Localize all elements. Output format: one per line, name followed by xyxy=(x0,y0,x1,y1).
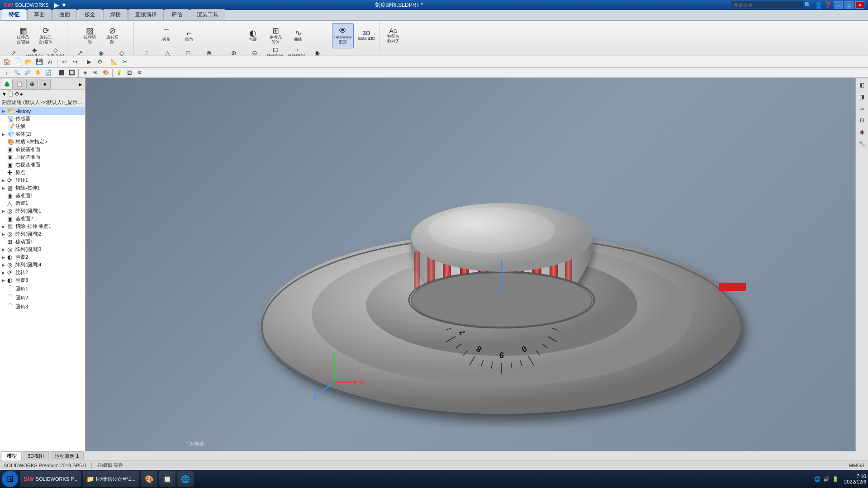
tree-item[interactable]: ▣基准面2 xyxy=(0,215,85,223)
btn-view-orient[interactable]: 🔲 xyxy=(67,68,77,78)
btn-undo[interactable]: ↩ xyxy=(59,57,69,67)
btn-revolve-boss[interactable]: ⟳ 旋转凸台/基体 xyxy=(35,23,57,48)
tree-item[interactable]: ⌒圆角3 xyxy=(0,302,85,311)
tree-item[interactable]: ⌒圆角2 xyxy=(0,293,85,302)
btn-loft-cut[interactable]: ◈ 放样切割 xyxy=(91,50,111,57)
btn-mirror[interactable]: ⊟ 镜像/制作实体 xyxy=(266,50,285,57)
tree-item[interactable]: ▣右视基准面 xyxy=(0,161,85,169)
tree-item[interactable]: ▶◎阵列(圆周)3 xyxy=(0,246,85,253)
bottom-tab-model[interactable]: 模型 xyxy=(2,451,22,460)
tree-item[interactable]: ✚原点 xyxy=(0,169,85,176)
btn-draft[interactable]: △ 拔模 xyxy=(157,50,177,57)
btn-chamfer[interactable]: ⌐ 倒角 xyxy=(178,23,200,48)
btn-zoom-in[interactable]: 🔍 xyxy=(12,68,22,78)
btn-extrude-cut[interactable]: ▨ 拉伸切除 xyxy=(79,23,100,48)
taskbar-app-sw[interactable]: SW SOLIDWORKS P... xyxy=(20,471,81,487)
help-icon[interactable]: ❓ xyxy=(824,1,832,9)
bottom-tab-motion[interactable]: 运动算例 1 xyxy=(50,451,84,460)
btn-right-panel-4[interactable]: ⊡ xyxy=(857,115,868,126)
tab-sheetmetal[interactable]: 钣金 xyxy=(78,9,102,20)
btn-appearance[interactable]: 🎨 xyxy=(101,68,111,78)
btn-instant3d[interactable]: 3D Instant3D xyxy=(356,23,377,48)
tab-direct-edit[interactable]: 直接编辑 xyxy=(128,9,164,20)
btn-realview[interactable]: 👁 RealView图形 xyxy=(332,23,354,48)
tab-surface[interactable]: 曲面 xyxy=(52,9,77,20)
tree-item[interactable]: ▶◐包覆2 xyxy=(0,253,85,261)
btn-fillet[interactable]: ⌒ 圆角 xyxy=(156,23,177,48)
tree-item[interactable]: △倒置1 xyxy=(0,199,85,207)
btn-ref-geom[interactable]: ⊞ 参考几何体 xyxy=(265,23,286,48)
tree-item[interactable]: ▶◐包覆3 xyxy=(0,276,85,284)
tab-weldment[interactable]: 焊接 xyxy=(103,9,128,20)
btn-display-style[interactable]: ◈ xyxy=(80,68,90,78)
btn-hide-show[interactable]: 👁 xyxy=(90,68,100,78)
btn-pan[interactable]: ✋ xyxy=(33,68,43,78)
btn-rebuild[interactable]: ▶ xyxy=(84,57,94,67)
btn-combine[interactable]: ⊕ 组合 xyxy=(224,50,244,57)
volume-icon[interactable]: 🔊 xyxy=(823,476,830,482)
taskbar-start-button[interactable]: ⊞ xyxy=(2,471,18,487)
taskbar-app-other3[interactable]: 🌐 xyxy=(177,471,194,487)
user-icon[interactable]: 👤 xyxy=(815,1,822,9)
btn-sweep-boss[interactable]: ↗ 扫描 xyxy=(4,50,24,57)
tree-item[interactable]: ⌒圆角1 xyxy=(0,284,85,293)
btn-loft-boss[interactable]: ◈ 放样凸台/基体 xyxy=(24,50,44,57)
btn-rotate[interactable]: 🔄 xyxy=(43,68,53,78)
tree-item[interactable]: ▶⟳旋转2 xyxy=(0,269,85,276)
battery-icon[interactable]: 🔋 xyxy=(832,476,839,482)
tab-render[interactable]: 渲染工具 xyxy=(190,9,225,20)
tab-evaluate[interactable]: 评估 xyxy=(165,9,189,20)
tree-item[interactable]: ▶⟳旋转1 xyxy=(0,176,85,184)
btn-view-settings[interactable]: ⚙ xyxy=(135,68,145,78)
tree-item[interactable]: ▶◎阵列(圆周)2 xyxy=(0,230,85,238)
btn-lighting[interactable]: 💡 xyxy=(114,68,124,78)
btn-surface[interactable]: ◉ 曲面 xyxy=(307,50,327,57)
btn-right-panel-1[interactable]: ◧ xyxy=(857,80,868,90)
tree-item[interactable]: ▣上视基准面 xyxy=(0,153,85,161)
btn-boundary-cut[interactable]: ◇ 边界切除 xyxy=(112,50,132,57)
tree-item[interactable]: ▶◎阵列(圆周)1 xyxy=(0,207,85,215)
tab-sketch[interactable]: 草图 xyxy=(27,9,52,20)
btn-right-panel-6[interactable]: 🔧 xyxy=(857,138,868,149)
minimize-button[interactable]: ─ xyxy=(834,1,843,9)
btn-print[interactable]: 🖨 xyxy=(45,57,55,67)
close-button[interactable]: ✕ xyxy=(855,1,864,9)
btn-zoom-out[interactable]: 🔎 xyxy=(23,68,33,78)
tree-item[interactable]: ▶◎阵列(圆周)4 xyxy=(0,261,85,269)
btn-right-panel-2[interactable]: ◨ xyxy=(857,91,868,102)
btn-measure[interactable]: 📐 xyxy=(109,57,119,67)
btn-save[interactable]: 💾 xyxy=(34,57,44,67)
btn-wrap[interactable]: ◐ 包覆 xyxy=(242,23,264,48)
lp-tab-appearances[interactable]: ● xyxy=(39,79,51,90)
tree-item[interactable]: ▣基准面1 xyxy=(0,192,85,199)
btn-open[interactable]: 📂 xyxy=(24,57,33,67)
btn-section-view[interactable]: ⬛ xyxy=(57,68,66,78)
lp-tab-feature-tree[interactable]: 🌲 xyxy=(1,79,13,90)
search-input[interactable] xyxy=(731,1,803,9)
btn-rib[interactable]: ≡ 筋 xyxy=(137,50,157,57)
btn-move-body[interactable]: ↔ 移动/复制实体 xyxy=(286,50,306,57)
tree-item[interactable]: ▶💎实体(2) xyxy=(0,130,85,138)
btn-sweep-cut[interactable]: ↗ 扫描切除 xyxy=(70,50,90,57)
bottom-tab-3dview[interactable]: 3D视图 xyxy=(23,451,49,460)
btn-options[interactable]: ⚙ xyxy=(95,57,105,67)
tree-item[interactable]: ▶▨切除-拉伸1 xyxy=(0,184,85,192)
btn-extrude-boss[interactable]: ▦ 拉伸凸台/基体 xyxy=(12,23,34,48)
btn-home[interactable]: 🏠 xyxy=(2,57,12,67)
tree-item[interactable]: ▶📂History xyxy=(0,107,85,115)
btn-boundary-boss[interactable]: ◇ 边界凸台/基体 xyxy=(45,50,65,57)
btn-feature-name[interactable]: Aa 特征名称对齐 xyxy=(382,23,404,48)
tree-item[interactable]: ▣前视基准面 xyxy=(0,146,85,153)
tree-item[interactable]: 📡传感器 xyxy=(0,115,85,123)
tree-item[interactable]: ▶▨切除-拉伸-薄壁1 xyxy=(0,223,85,230)
btn-new[interactable]: 📄 xyxy=(13,57,23,67)
btn-right-panel-3[interactable]: ▭ xyxy=(857,103,868,114)
lp-tab-configs[interactable]: ⊕ xyxy=(26,79,38,90)
btn-redo[interactable]: ↪ xyxy=(70,57,80,67)
btn-revolve-cut[interactable]: ⊘ 旋转切除 xyxy=(101,23,123,48)
tree-item[interactable]: ⊞移动面1 xyxy=(0,238,85,246)
lp-tab-expand[interactable]: ▶ xyxy=(77,79,84,90)
btn-zoom-fit[interactable]: ↕ xyxy=(2,68,12,78)
network-icon[interactable]: 🌐 xyxy=(814,476,821,482)
taskbar-app-other1[interactable]: 🎨 xyxy=(141,471,157,487)
